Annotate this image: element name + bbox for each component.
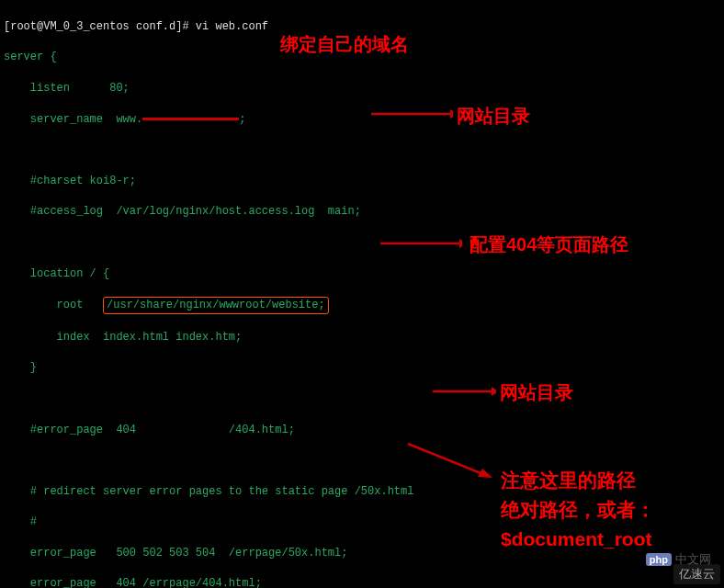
php-badge: php [646,553,672,566]
command: vi web.conf [196,20,268,33]
arrow-sitedir-2 [427,385,496,398]
svg-line-6 [408,444,485,475]
cfg-index: index index.html index.htm; [4,330,720,345]
svg-marker-1 [450,109,453,119]
shell-prompt: [root@VM_0_3_centos conf.d]# [4,20,196,33]
arrow-sitedir-1 [366,107,453,120]
cfg-loc-root-open: location / { [4,266,720,282]
svg-marker-3 [459,239,462,248]
anno-site-dir-1: 网站目录 [457,103,530,129]
anno-bind-domain: 绑定自己的域名 [280,31,409,57]
anno-path1: 注意这里的路径 [501,467,636,493]
redacted-domain [142,118,239,120]
anno-config-404: 配置404等页面路径 [469,232,628,257]
highlight-box-root1: /usr/share/nginx/wwwroot/website; [103,297,329,314]
cfg-servername-pre: server_name www. [4,113,142,126]
cfg-err404: error_page 404 /errpage/404.html; [4,576,720,588]
cfg-errorpage-cmt: #error_page 404 /404.html; [4,423,720,438]
anno-path2: 绝对路径，或者： [501,496,655,523]
cfg-charset: #charset koi8-r; [4,174,720,189]
anno-site-dir-2: 网站目录 [500,379,573,405]
arrow-404 [375,237,462,250]
cfg-accesslog: #access_log /var/log/nginx/host.access.l… [4,204,720,220]
watermark-yiyun: 亿速云 [673,564,720,584]
arrow-pathnote [402,438,494,484]
cfg-root1-pre: root [4,299,103,311]
anno-path3: $document_root [501,526,652,552]
cfg-listen: listen 80; [4,81,720,96]
svg-marker-5 [492,387,496,396]
cfg-servername-post: ; [239,113,245,126]
cfg-close1: } [4,360,720,376]
svg-marker-7 [478,469,492,478]
